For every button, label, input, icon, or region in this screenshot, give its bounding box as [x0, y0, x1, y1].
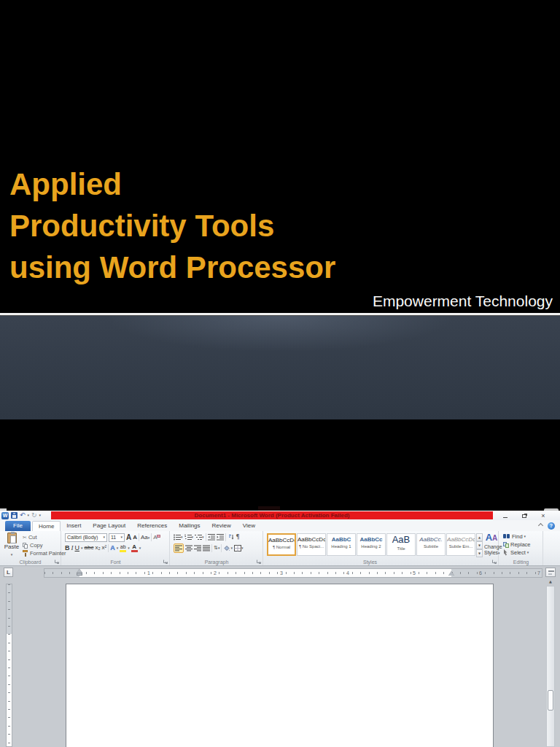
- font-row-1: Calibri (Body) ▾ 11 ▾ A A Aa▾ A: [62, 533, 169, 542]
- paragraph-dialog-launcher-icon[interactable]: [256, 559, 262, 565]
- justify-icon: [203, 545, 210, 551]
- ribbon: Paste ▾ ✂ Cut Copy Format Painter: [0, 531, 560, 566]
- highlight-dropdown-icon[interactable]: ▾: [128, 546, 130, 550]
- select-icon: [503, 549, 509, 556]
- tab-view[interactable]: View: [237, 521, 261, 531]
- change-case-dropdown-icon: ▾: [148, 535, 150, 540]
- style-heading-1[interactable]: AaBbC Heading 1: [327, 533, 356, 556]
- scrollbar-track[interactable]: [546, 586, 555, 747]
- undo-icon[interactable]: ↶: [20, 512, 26, 519]
- clipboard-group-label: Clipboard: [0, 560, 61, 565]
- style-title[interactable]: AaB Title: [386, 533, 416, 556]
- strikethrough-button[interactable]: abc: [85, 544, 94, 551]
- font-size-select[interactable]: 11 ▾: [109, 533, 125, 542]
- change-styles-label-2: Styles▾: [484, 550, 499, 556]
- clear-formatting-button[interactable]: A: [153, 534, 157, 541]
- underline-button[interactable]: U: [75, 544, 80, 551]
- tab-page-layout[interactable]: Page Layout: [87, 521, 131, 531]
- cut-button[interactable]: ✂ Cut: [23, 533, 66, 541]
- text-effects-dropdown-icon[interactable]: ▾: [117, 546, 119, 550]
- scrollbar-thumb[interactable]: [548, 690, 553, 711]
- increase-indent-button[interactable]: [217, 534, 224, 541]
- format-painter-button[interactable]: Format Painter: [23, 549, 66, 557]
- styles-dialog-launcher-icon[interactable]: [491, 559, 497, 565]
- grow-font-button[interactable]: A: [126, 534, 131, 541]
- style-no-spacing[interactable]: AaBbCcDc ¶ No Spaci...: [297, 533, 326, 556]
- borders-button[interactable]: ▾: [234, 545, 244, 551]
- horizontal-ruler[interactable]: 1 2 3 4 5 6 7: [44, 568, 542, 578]
- shrink-font-button[interactable]: A: [133, 534, 137, 541]
- styles-scroll-down-icon[interactable]: ▼: [476, 541, 483, 549]
- word-logo-icon[interactable]: W: [1, 512, 9, 519]
- font-name-select[interactable]: Calibri (Body) ▾: [65, 533, 107, 542]
- minimize-icon: [503, 517, 508, 518]
- styles-more-icon[interactable]: ▼: [476, 549, 483, 557]
- copy-button[interactable]: Copy: [23, 541, 66, 549]
- highlight-button[interactable]: ab: [120, 544, 126, 552]
- hanging-indent-marker[interactable]: [77, 573, 82, 576]
- view-ruler-toggle-button[interactable]: [545, 568, 556, 577]
- style-subtle-emphasis[interactable]: AaBbCcDd Subtle Em...: [446, 533, 475, 556]
- bullets-button[interactable]: ▾: [174, 534, 183, 541]
- font-color-button[interactable]: A: [131, 544, 138, 552]
- sort-button[interactable]: [228, 534, 235, 541]
- borders-dropdown-icon: ▾: [241, 546, 244, 550]
- styles-scroll-up-icon[interactable]: ▲: [476, 533, 483, 541]
- shading-button[interactable]: ▾: [223, 545, 233, 551]
- multilevel-list-button[interactable]: ▾: [195, 534, 204, 541]
- document-page[interactable]: [66, 584, 494, 747]
- italic-button[interactable]: I: [71, 544, 74, 551]
- font-color-dropdown-icon[interactable]: ▾: [139, 546, 141, 550]
- clipboard-dialog-launcher-icon[interactable]: [54, 559, 60, 565]
- tab-file[interactable]: File: [5, 521, 31, 531]
- font-dialog-launcher-icon[interactable]: [163, 559, 168, 565]
- replace-button[interactable]: Replace: [499, 541, 542, 549]
- slide-title-line-1: Applied: [9, 163, 335, 205]
- decrease-indent-button[interactable]: [208, 534, 215, 541]
- style-heading-2[interactable]: AaBbCc Heading 2: [357, 533, 386, 556]
- align-right-button[interactable]: [194, 545, 201, 551]
- bold-button[interactable]: B: [65, 544, 70, 551]
- find-button[interactable]: Find ▾: [499, 533, 542, 541]
- tab-references[interactable]: References: [131, 521, 173, 531]
- undo-dropdown-icon[interactable]: ▾: [28, 514, 30, 517]
- subscript-button[interactable]: x₂: [95, 544, 100, 551]
- tab-review[interactable]: Review: [206, 521, 237, 531]
- qat-customize-icon[interactable]: ▾: [39, 514, 42, 517]
- find-dropdown-icon: ▾: [524, 535, 526, 538]
- text-effects-button[interactable]: A: [110, 544, 115, 551]
- right-indent-marker[interactable]: [448, 571, 454, 576]
- underline-dropdown-icon[interactable]: ▾: [81, 546, 83, 550]
- style-subtitle[interactable]: AaBbCc. Subtitle: [416, 533, 446, 556]
- align-left-icon: [175, 545, 182, 551]
- tab-home[interactable]: Home: [32, 521, 61, 531]
- tab-mailings[interactable]: Mailings: [173, 521, 206, 531]
- paste-button[interactable]: Paste ▾: [2, 533, 21, 562]
- superscript-button[interactable]: x²: [102, 544, 107, 551]
- line-spacing-button[interactable]: ⇅ ▾: [214, 545, 219, 551]
- save-icon[interactable]: [11, 512, 18, 519]
- align-left-button[interactable]: [174, 543, 184, 553]
- change-case-button[interactable]: Aa▾: [141, 534, 149, 541]
- restore-button[interactable]: [519, 512, 529, 519]
- numbering-button[interactable]: ▾: [184, 534, 194, 541]
- help-button[interactable]: ?: [548, 522, 555, 530]
- change-styles-button[interactable]: AA Change Styles▾: [484, 533, 499, 562]
- justify-button[interactable]: [203, 545, 210, 551]
- close-button[interactable]: ×: [538, 512, 548, 519]
- redo-icon[interactable]: ↻: [31, 512, 37, 519]
- page: Applied Productivity Tools using Word Pr…: [0, 0, 560, 747]
- minimize-ribbon-icon[interactable]: [538, 523, 543, 528]
- tab-selector-button[interactable]: L: [4, 568, 13, 577]
- highlight-color-bar: [120, 550, 126, 552]
- vertical-ruler[interactable]: [6, 584, 12, 747]
- titlebar: W ↶ ▾ ↻ ▾ Document1 - Microsoft Word (Pr…: [0, 511, 560, 520]
- align-center-button[interactable]: [185, 545, 192, 551]
- scroll-up-button[interactable]: ▲: [545, 578, 556, 585]
- tab-insert[interactable]: Insert: [61, 521, 87, 531]
- show-hide-pilcrow-button[interactable]: ¶: [236, 534, 240, 541]
- style-normal[interactable]: AaBbCcDc ¶ Normal: [267, 533, 296, 556]
- window-title: Document1 - Microsoft Word (Product Acti…: [51, 511, 493, 519]
- select-button[interactable]: Select ▾: [499, 549, 542, 557]
- minimize-button[interactable]: [500, 512, 510, 519]
